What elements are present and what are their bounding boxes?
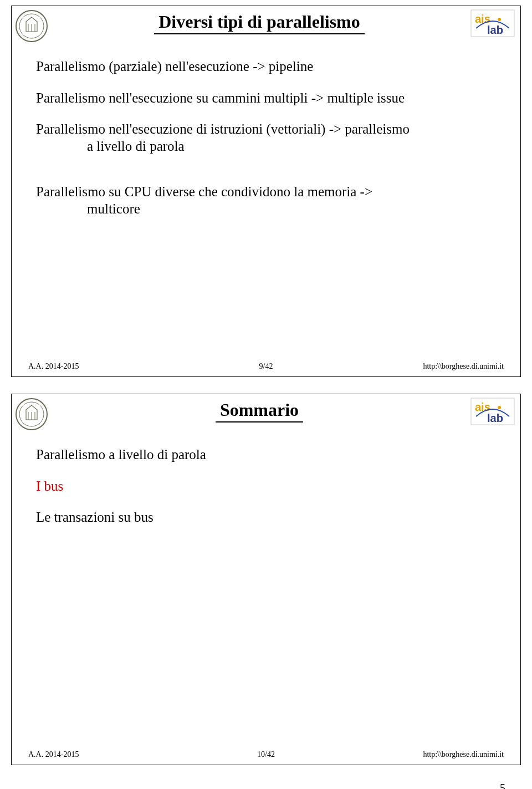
para-line: Parallelismo nell'esecuzione di istruzio… [36,121,410,136]
footer-right: http:\\borghese.di.unimi.it [423,750,504,759]
title-wrap: Diversi tipi di parallelismo [48,9,470,34]
footer-page: 10/42 [257,750,275,759]
para: Parallelismo nell'esecuzione di istruzio… [36,121,496,155]
ais-lab-logo-icon: ais lab [470,9,515,37]
title-wrap: Sommario [48,398,470,423]
university-seal-icon [15,9,48,43]
para-line: a livello di parola [36,138,185,155]
slide-body: Parallelismo a livello di parola I bus L… [12,431,520,526]
footer-left: A.A. 2014-2015 [28,362,79,371]
slide-body: Parallelismo (parziale) nell'esecuzione … [12,43,520,217]
para: Parallelismo su CPU diverse che condivid… [36,184,496,217]
footer-right: http:\\borghese.di.unimi.it [423,362,504,371]
para: Parallelismo (parziale) nell'esecuzione … [36,58,496,75]
slide-title: Sommario [216,400,303,423]
slide-footer: A.A. 2014-2015 10/42 http:\\borghese.di.… [12,750,520,759]
svg-point-8 [498,18,501,21]
svg-text:lab: lab [487,412,503,424]
slide-2: Sommario ais lab Parallelismo a livello … [11,394,521,765]
svg-point-17 [498,406,501,409]
para-line: multicore [36,201,140,218]
footer-page: 9/42 [259,362,273,371]
footer-left: A.A. 2014-2015 [28,750,79,759]
para: Parallelismo nell'esecuzione su cammini … [36,90,496,107]
para: Le transazioni su bus [36,509,496,526]
para: Parallelismo a livello di parola [36,446,496,464]
document-page-number: 5 [0,782,532,789]
slide-footer: A.A. 2014-2015 9/42 http:\\borghese.di.u… [12,362,520,371]
slide-header: Sommario ais lab [12,394,520,431]
slide-header: Diversi tipi di parallelismo ais lab [12,6,520,43]
para-line: Parallelismo su CPU diverse che condivid… [36,184,372,199]
university-seal-icon [15,398,48,431]
ais-lab-logo-icon: ais lab [470,398,515,425]
svg-text:lab: lab [487,24,503,36]
slide-title: Diversi tipi di parallelismo [154,12,365,34]
slide-1: Diversi tipi di parallelismo ais lab Par… [11,6,521,377]
para-highlight: I bus [36,478,496,495]
